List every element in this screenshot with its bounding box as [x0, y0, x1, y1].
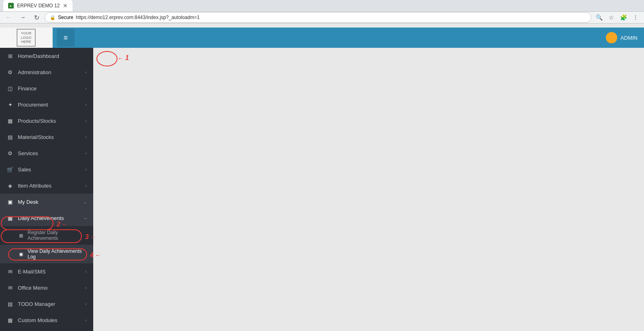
- sidebar: ⊞ Home/Dashboard ⚙ Administration ‹ ◫ Fi…: [0, 48, 93, 331]
- sidebar-item-procurement[interactable]: ✦ Procurement ‹: [0, 96, 93, 113]
- sidebar-item-todo-manager-label: TODO Manager: [18, 301, 85, 307]
- products-stocks-chevron: ‹: [85, 118, 87, 123]
- sidebar-item-item-attributes[interactable]: ◈ Item Attributes ‹: [0, 177, 93, 194]
- back-button[interactable]: ←: [3, 12, 15, 23]
- sidebar-item-administration[interactable]: ⚙ Administration ‹: [0, 64, 93, 80]
- sidebar-item-finance[interactable]: ◫ Finance ‹: [0, 80, 93, 96]
- app-header: YOUR LOGO HERE ≡ ADMIN: [0, 28, 644, 48]
- services-chevron: ‹: [85, 151, 87, 156]
- url-text: https://demo12.erprev.com:8443/index.jsp…: [76, 15, 200, 20]
- services-icon: ⚙: [6, 149, 14, 157]
- sidebar-item-custom-modules[interactable]: ▦ Custom Modules ‹: [0, 312, 93, 328]
- sidebar-item-custom-reports[interactable]: ▦ Custom Reports ‹: [0, 328, 93, 331]
- sidebar-item-material-stocks-label: Material/Stocks: [18, 134, 85, 140]
- view-da-log-icon: ▣: [18, 251, 24, 257]
- sidebar-item-daily-achievements[interactable]: ▦ Daily Achievements –: [0, 210, 93, 226]
- products-stocks-icon: ▦: [6, 117, 14, 124]
- forward-button[interactable]: →: [17, 12, 28, 23]
- bookmark-button[interactable]: ☆: [606, 12, 616, 23]
- sidebar-item-home-label: Home/Dashboard: [18, 53, 87, 59]
- sidebar-item-administration-label: Administration: [18, 69, 85, 75]
- sidebar-item-home[interactable]: ⊞ Home/Dashboard: [0, 48, 93, 64]
- admin-avatar: [606, 32, 617, 43]
- procurement-icon: ✦: [6, 101, 14, 108]
- finance-icon: ◫: [6, 85, 14, 92]
- sidebar-item-email-sms-label: E-Mail/SMS: [18, 269, 85, 275]
- annotation-arrow-1: ← 1: [118, 54, 129, 62]
- admin-label: ADMIN: [620, 35, 638, 41]
- view-da-log-label: View Daily Achievements Log: [28, 248, 87, 260]
- secure-icon: 🔒: [50, 15, 56, 20]
- procurement-chevron: ‹: [85, 102, 87, 107]
- browser-titlebar: ERPREV DEMO 12 ✕: [0, 0, 644, 12]
- sidebar-item-my-desk-label: My Desk: [18, 199, 83, 205]
- todo-manager-chevron: ‹: [85, 301, 87, 306]
- material-stocks-icon: ▤: [6, 133, 14, 141]
- sidebar-item-office-memo-label: Office Memo: [18, 285, 85, 291]
- custom-modules-icon: ▦: [6, 316, 14, 324]
- annotation-circle-1: [96, 51, 118, 66]
- browser-tab[interactable]: ERPREV DEMO 12 ✕: [3, 0, 73, 11]
- register-da-label: Register Daily Achievements: [28, 230, 87, 241]
- my-desk-chevron: ⌄: [83, 199, 87, 205]
- office-memo-icon: ✉: [6, 284, 14, 291]
- sidebar-item-item-attributes-label: Item Attributes: [18, 183, 85, 189]
- sidebar-item-procurement-label: Procurement: [18, 102, 85, 108]
- zoom-button[interactable]: 🔍: [594, 12, 604, 23]
- sidebar-item-products-stocks-label: Products/Stocks: [18, 118, 85, 124]
- item-attributes-icon: ◈: [6, 182, 14, 189]
- daily-achievements-icon: ▦: [6, 214, 14, 222]
- administration-chevron: ‹: [85, 70, 87, 75]
- sidebar-item-sales[interactable]: 🛒 Sales ‹: [0, 161, 93, 177]
- tab-favicon: [8, 3, 14, 9]
- custom-modules-chevron: ‹: [85, 318, 87, 322]
- sidebar-item-office-memo[interactable]: ✉ Office Memo ‹: [0, 280, 93, 296]
- tab-title: ERPREV DEMO 12: [17, 3, 60, 9]
- daily-achievements-label: Daily Achievements: [18, 215, 64, 221]
- sidebar-item-sales-label: Sales: [18, 167, 85, 173]
- sidebar-item-custom-modules-label: Custom Modules: [18, 317, 85, 323]
- da-dash: –: [84, 216, 87, 220]
- home-icon: ⊞: [6, 52, 14, 60]
- administration-icon: ⚙: [6, 68, 14, 76]
- secure-label: Secure: [58, 15, 73, 20]
- browser-toolbar: ← → ↻ 🔒 Secure https://demo12.erprev.com…: [0, 12, 644, 23]
- sales-chevron: ‹: [85, 167, 87, 172]
- sidebar-item-email-sms[interactable]: ✉ E-Mail/SMS ‹: [0, 263, 93, 280]
- logo-box: YOUR LOGO HERE: [17, 29, 35, 47]
- sidebar-item-finance-label: Finance: [18, 85, 85, 92]
- main-content: [93, 71, 644, 331]
- todo-manager-icon: ▤: [6, 300, 14, 308]
- sidebar-item-material-stocks[interactable]: ▤ Material/Stocks ‹: [0, 129, 93, 145]
- sidebar-item-services-label: Services: [18, 150, 85, 156]
- material-stocks-chevron: ‹: [85, 135, 87, 139]
- toolbar-icons: 🔍 ☆ 🧩 ⋮: [594, 12, 641, 23]
- office-memo-chevron: ‹: [85, 285, 87, 290]
- item-attributes-chevron: ‹: [85, 183, 87, 188]
- hamburger-button[interactable]: ≡: [57, 29, 75, 47]
- sidebar-sub-item-view-da-log[interactable]: ▣ View Daily Achievements Log: [0, 245, 93, 263]
- extensions-button[interactable]: 🧩: [618, 12, 629, 23]
- address-bar[interactable]: 🔒 Secure https://demo12.erprev.com:8443/…: [45, 12, 591, 23]
- sales-icon: 🛒: [6, 166, 14, 173]
- sidebar-item-products-stocks[interactable]: ▦ Products/Stocks ‹: [0, 113, 93, 129]
- tab-close-button[interactable]: ✕: [63, 2, 68, 9]
- my-desk-icon: ▣: [6, 198, 14, 205]
- reload-button[interactable]: ↻: [31, 12, 42, 23]
- email-sms-icon: ✉: [6, 268, 14, 275]
- register-da-icon: ▦: [18, 232, 24, 239]
- menu-button[interactable]: ⋮: [630, 12, 641, 23]
- header-right: ADMIN: [606, 32, 644, 43]
- sidebar-item-todo-manager[interactable]: ▤ TODO Manager ‹: [0, 296, 93, 312]
- logo-area: YOUR LOGO HERE: [0, 28, 53, 48]
- finance-chevron: ‹: [85, 86, 87, 91]
- sidebar-sub-item-register-da[interactable]: ▦ Register Daily Achievements: [0, 226, 93, 245]
- sidebar-item-services[interactable]: ⚙ Services ‹: [0, 145, 93, 161]
- email-sms-chevron: ‹: [85, 269, 87, 274]
- sidebar-item-my-desk[interactable]: ▣ My Desk ⌄: [0, 194, 93, 210]
